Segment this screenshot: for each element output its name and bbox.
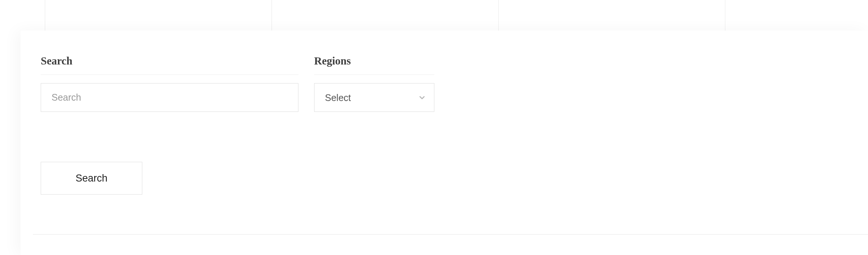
section-divider bbox=[33, 234, 868, 234]
filter-panel: Search Regions Select Search bbox=[21, 31, 868, 255]
tab-divider bbox=[272, 0, 272, 31]
search-filter-group: Search bbox=[41, 55, 298, 112]
tab-divider bbox=[45, 0, 45, 31]
regions-filter-group: Regions Select bbox=[314, 55, 434, 112]
tab-divider bbox=[498, 0, 499, 31]
top-tab-bar bbox=[0, 0, 868, 31]
search-filter-label: Search bbox=[41, 55, 298, 75]
filter-row: Search Regions Select bbox=[41, 55, 848, 112]
regions-select[interactable]: Select bbox=[314, 83, 434, 112]
regions-select-wrap: Select bbox=[314, 83, 434, 112]
search-button[interactable]: Search bbox=[41, 162, 142, 195]
tab-divider bbox=[725, 0, 725, 31]
regions-filter-label: Regions bbox=[314, 55, 434, 75]
search-button-label: Search bbox=[75, 173, 108, 184]
action-row: Search bbox=[41, 162, 848, 195]
search-input[interactable] bbox=[41, 83, 298, 112]
